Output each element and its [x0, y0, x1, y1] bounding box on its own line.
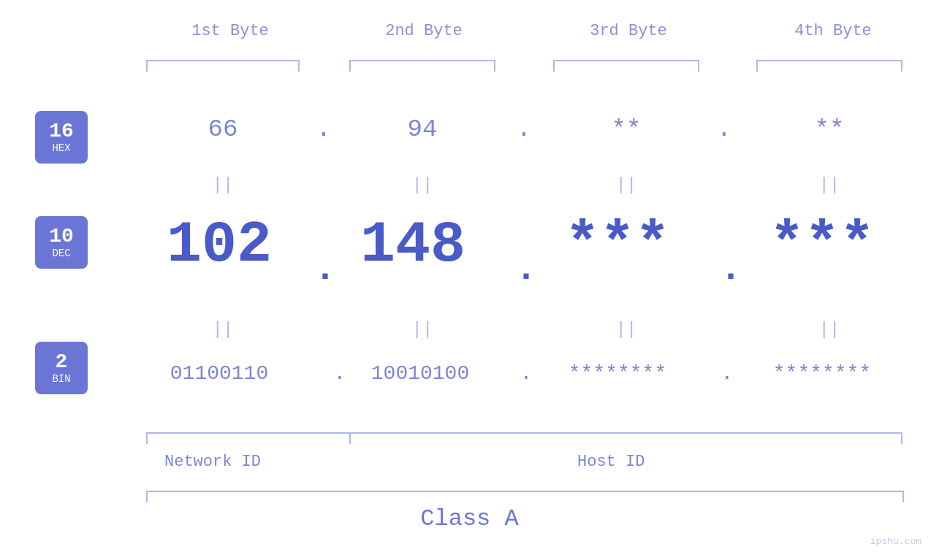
col-header-byte1: 1st Byte	[153, 22, 307, 40]
bracket-vert-top-3r	[698, 60, 699, 72]
page-container: 1st Byte 2nd Byte 3rd Byte 4th Byte 16 H…	[0, 0, 939, 560]
bracket-bot-4r	[901, 432, 902, 444]
dec-oct3: ***	[533, 212, 702, 278]
eq-3-hex-dec: ||	[553, 175, 699, 195]
eq-2-hex-dec: ||	[349, 175, 495, 195]
bin-oct4: ********	[738, 362, 906, 385]
dec-oct1: 102	[117, 212, 322, 278]
dec-oct4: ***	[738, 212, 906, 278]
bracket-vert-top-4l	[756, 60, 758, 72]
dec-badge: 10 DEC	[35, 216, 88, 269]
dec-badge-number: 10	[49, 226, 74, 248]
hex-oct1: 66	[146, 115, 300, 143]
bin-oct2: 10010100	[336, 362, 504, 385]
hex-badge-number: 16	[49, 120, 74, 143]
eq-1-dec-bin: ||	[146, 320, 300, 340]
bracket-vert-top-4r	[901, 60, 902, 72]
hex-oct4: **	[756, 115, 902, 143]
big-bracket-bottom	[146, 491, 904, 492]
big-bracket-left	[146, 491, 148, 502]
col-header-byte3: 3rd Byte	[552, 22, 705, 40]
bracket-top-1	[146, 60, 300, 61]
bracket-top-3	[553, 60, 699, 61]
bracket-top-2	[349, 60, 495, 61]
bracket-bot-1l	[146, 432, 148, 444]
hex-oct2: 94	[349, 115, 495, 143]
bin-dot3: .	[712, 362, 742, 385]
hex-dot1: .	[305, 115, 342, 143]
eq-1-hex-dec: ||	[146, 175, 300, 195]
bin-oct3: ********	[533, 362, 702, 385]
dec-oct2: 148	[329, 212, 497, 278]
watermark: ipshu.com	[870, 536, 921, 547]
bracket-vert-top-2r	[494, 60, 495, 72]
bin-badge-number: 2	[56, 351, 68, 374]
host-id-label: Host ID	[577, 453, 645, 471]
hex-dot2: .	[506, 115, 542, 143]
col-header-byte4: 4th Byte	[756, 22, 910, 40]
network-id-label: Network ID	[164, 453, 261, 471]
bracket-vert-top-2l	[349, 60, 351, 72]
dec-badge-label: DEC	[52, 248, 70, 259]
bracket-top-4	[756, 60, 902, 61]
hex-badge: 16 HEX	[35, 111, 88, 164]
eq-2-dec-bin: ||	[349, 320, 495, 340]
big-bracket-right	[902, 491, 904, 502]
bracket-vert-top-1r	[298, 60, 300, 72]
bracket-bot-1	[146, 432, 351, 434]
bin-oct1: 01100110	[117, 362, 322, 385]
bracket-vert-top-1l	[146, 60, 148, 72]
eq-4-hex-dec: ||	[756, 175, 902, 195]
bin-badge: 2 BIN	[35, 342, 88, 394]
hex-badge-label: HEX	[52, 142, 70, 154]
bracket-vert-top-3l	[553, 60, 555, 72]
eq-3-dec-bin: ||	[553, 320, 699, 340]
col-header-byte2: 2nd Byte	[347, 22, 501, 40]
bracket-bot-3l	[349, 432, 351, 444]
class-label: Class A	[420, 505, 518, 532]
bracket-bot-34	[349, 432, 902, 434]
eq-4-dec-bin: ||	[756, 320, 902, 340]
hex-dot3: .	[706, 115, 742, 143]
bin-badge-label: BIN	[52, 373, 70, 385]
hex-oct3: **	[553, 115, 699, 143]
